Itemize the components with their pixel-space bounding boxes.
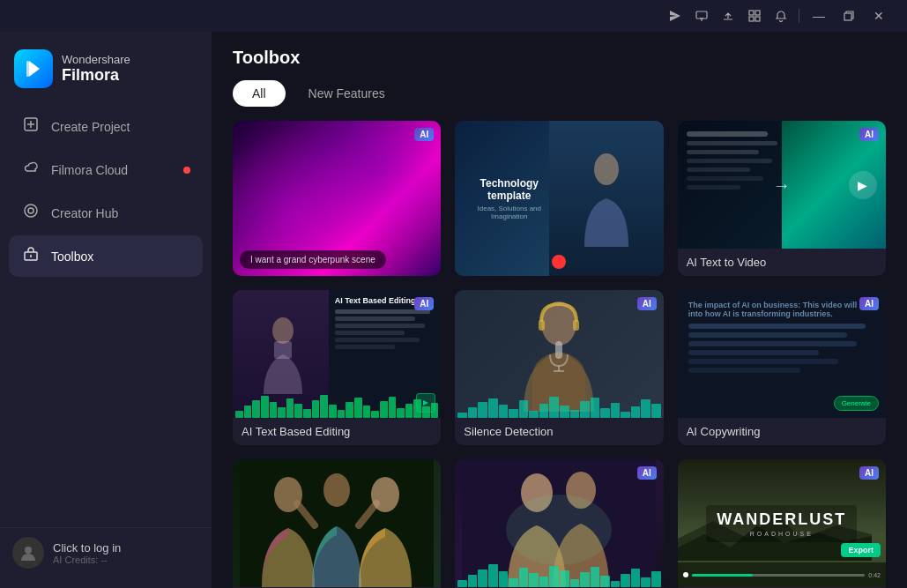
tool-label-silence-detection: Silence Detection	[455, 418, 663, 445]
restore-button[interactable]	[835, 4, 863, 28]
product-name: Filmora	[62, 66, 130, 85]
thumb-silence-detect: AI	[455, 290, 663, 418]
tab-all[interactable]: All	[233, 80, 286, 107]
slide-title: Technology template	[462, 177, 556, 202]
nav-item-toolbox[interactable]: Toolbox	[9, 235, 203, 277]
monitor-icon[interactable]	[689, 4, 714, 28]
user-login-text: Click to log in	[53, 541, 121, 555]
toolbox-icon	[21, 246, 41, 266]
window-utility-icons: — ✕	[663, 4, 893, 28]
tool-label-ai-copywriting: AI Copywriting	[678, 418, 886, 445]
thumb-ai-text-edit: AI AI Text Based Editing	[233, 290, 441, 418]
svg-rect-3	[749, 11, 754, 15]
tool-card-portrait[interactable]: Portrait	[233, 459, 441, 588]
ai-badge-ai-image: AI	[414, 128, 434, 141]
svg-rect-27	[573, 320, 579, 331]
svg-point-33	[371, 477, 399, 512]
ai-badge-silence: AI	[637, 297, 657, 310]
svg-rect-20	[274, 341, 292, 359]
logo-text: Wondershare Filmora	[62, 53, 130, 86]
wanderlust-title: WANDERLUST	[717, 510, 846, 529]
user-area[interactable]: Click to log in AI Credits: --	[12, 537, 199, 569]
record-button	[552, 255, 566, 269]
ai-badge-thumbnail: AI	[859, 466, 879, 480]
prompt-bar: I want a grand cyberpunk scene	[240, 250, 386, 269]
send-icon[interactable]	[663, 4, 688, 28]
grid-icon[interactable]	[742, 4, 767, 28]
user-credits-text: AI Credits: --	[53, 555, 121, 565]
sidebar-footer: Click to log in AI Credits: --	[0, 527, 212, 577]
minimize-button[interactable]: —	[805, 4, 833, 28]
thumb-ai-copywriting: AI The impact of AI on business: This vi…	[678, 290, 886, 418]
export-button[interactable]: Export	[841, 543, 881, 557]
svg-rect-9	[26, 61, 29, 77]
svg-point-17	[25, 547, 32, 554]
ai-badge-copywriting: AI	[859, 297, 879, 310]
title-bar: — ✕	[0, 0, 907, 32]
create-project-icon	[21, 116, 41, 137]
nav-item-creator-hub[interactable]: Creator Hub	[9, 192, 203, 234]
upload-icon[interactable]	[716, 4, 740, 28]
presenter-area	[549, 121, 664, 276]
thumb-music-bg: AI	[455, 459, 663, 587]
tool-card-ai-text-to-video[interactable]: AI →	[678, 121, 886, 276]
tool-card-screen-recorder[interactable]: Technology template Ideas, Solutions and…	[455, 121, 663, 276]
nav-item-create-project[interactable]: Create Project	[9, 106, 203, 147]
brand-name: Wondershare	[62, 53, 130, 67]
creator-hub-icon	[21, 203, 41, 223]
ai-badge-text-video: AI	[859, 128, 879, 141]
wanderlust-subtitle: ROADHOUSE	[717, 531, 846, 537]
nav-items: Create Project Filmora Cloud Creator Hub	[0, 106, 212, 520]
user-info: Click to log in AI Credits: --	[53, 541, 121, 565]
thumb-ai-text-video: AI →	[678, 121, 886, 249]
svg-rect-0	[696, 11, 707, 19]
nav-label-filmora-cloud: Filmora Cloud	[51, 163, 128, 177]
tool-card-ai-thumbnail[interactable]: AI WANDERLUST ROADHOUSE	[678, 459, 886, 588]
sidebar: Wondershare Filmora Create Project Filmo…	[0, 32, 212, 588]
logo-area: Wondershare Filmora	[0, 42, 212, 106]
nav-label-create-project: Create Project	[51, 120, 130, 134]
app-logo	[14, 49, 53, 88]
page-title: Toolbox	[233, 48, 886, 68]
nav-label-creator-hub: Creator Hub	[51, 206, 118, 220]
tool-card-silence-detection[interactable]: AI	[455, 290, 663, 445]
tabs: All New Features	[233, 80, 886, 107]
slide-area: Technology template Ideas, Solutions and…	[455, 121, 563, 276]
play-button: ▶	[849, 171, 877, 199]
svg-rect-5	[749, 17, 754, 21]
tool-label-ai-text-based-editing: AI Text Based Editing	[233, 418, 441, 445]
svg-point-18	[594, 153, 619, 185]
tools-grid-container[interactable]: AI I want a grand cyberpunk scene AI Ima…	[212, 117, 907, 588]
user-avatar	[12, 537, 44, 569]
tool-card-ai-copywriting[interactable]: AI The impact of AI on business: This vi…	[678, 290, 886, 445]
notification-dot	[183, 167, 190, 174]
separator	[799, 9, 799, 23]
main-content: Toolbox All New Features AI I want a gra…	[212, 32, 907, 588]
app-body: Wondershare Filmora Create Project Filmo…	[0, 32, 907, 588]
nav-item-filmora-cloud[interactable]: Filmora Cloud	[9, 149, 203, 190]
ai-badge-text-edit: AI	[414, 297, 434, 310]
svg-rect-23	[555, 341, 562, 359]
svg-point-30	[323, 473, 350, 507]
thumb-portrait	[233, 459, 441, 587]
thumb-ai-thumbnail: AI WANDERLUST ROADHOUSE	[678, 459, 886, 587]
tool-label-ai-text-to-video: AI Text to Video	[678, 249, 886, 276]
bell-icon[interactable]	[769, 4, 793, 28]
svg-marker-8	[29, 61, 40, 77]
svg-rect-26	[539, 320, 545, 331]
svg-rect-6	[755, 17, 760, 21]
svg-rect-4	[755, 11, 760, 15]
tab-new-features[interactable]: New Features	[289, 80, 405, 107]
filmora-cloud-icon	[21, 160, 41, 180]
svg-point-14	[28, 208, 33, 213]
svg-point-37	[506, 495, 612, 565]
tool-card-music-bg[interactable]: AI	[455, 459, 663, 588]
svg-point-19	[272, 317, 294, 344]
svg-point-13	[25, 205, 37, 217]
tool-card-ai-image[interactable]: AI I want a grand cyberpunk scene AI Ima…	[233, 121, 441, 276]
tool-card-ai-text-based-editing[interactable]: AI AI Text Based Editing	[233, 290, 441, 445]
tools-grid: AI I want a grand cyberpunk scene AI Ima…	[233, 121, 886, 588]
close-button[interactable]: ✕	[865, 4, 893, 28]
slide-sub: Ideas, Solutions and Imagination	[462, 205, 556, 220]
ai-badge-music-bg: AI	[637, 466, 657, 480]
